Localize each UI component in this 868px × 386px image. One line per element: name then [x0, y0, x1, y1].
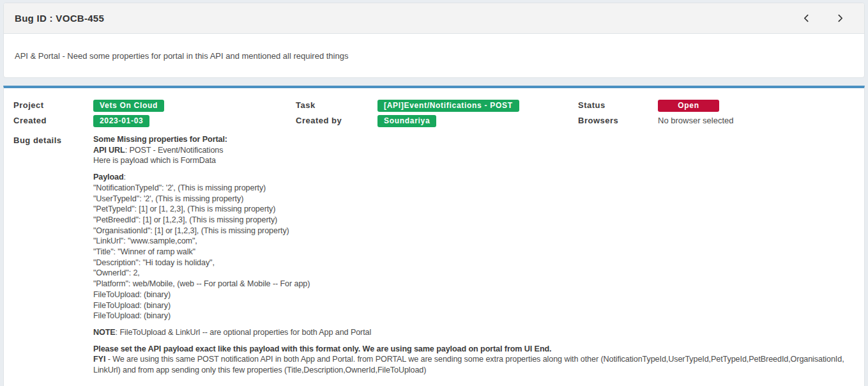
created-by-value-cell: Soundariya	[377, 114, 578, 130]
status-badge: Open	[658, 100, 719, 112]
bug-summary-text: API & Portal - Need some properties for …	[4, 34, 864, 77]
bug-detail-page: { "header": { "title": "Bug ID : VOCB-45…	[0, 0, 868, 386]
note-paragraph: NOTE: FileToUpload & LinkUrl -- are opti…	[93, 327, 854, 338]
chevron-right-icon	[836, 13, 844, 23]
detail-line: "PetTypeId": [1] or [1, 2,3], (This is m…	[93, 204, 854, 215]
bug-id-title: Bug ID : VOCB-455	[15, 13, 104, 24]
project-value-cell: Vets On Cloud	[93, 99, 296, 114]
detail-line: FileToUpload: (binary)	[93, 290, 854, 300]
next-bug-button[interactable]	[834, 12, 846, 25]
created-by-label: Created by	[296, 114, 377, 128]
bug-nav	[800, 12, 846, 25]
bug-details-content: Some Missing properties for Portal: API …	[93, 134, 854, 376]
closing-paragraph: Please set the API payload exact like th…	[93, 344, 854, 376]
project-badge: Vets On Cloud	[93, 100, 164, 112]
status-label: Status	[578, 99, 658, 112]
bug-fields-grid: Project Vets On Cloud Task [API]Event/No…	[13, 99, 854, 376]
detail-line: "Description": "Hi today is holiday",	[93, 258, 854, 268]
detail-line: "OrganisationId": [1] or [1,2,3], (This …	[93, 226, 854, 236]
detail-line: Payload:	[93, 172, 854, 183]
task-label: Task	[296, 99, 377, 112]
detail-line: NOTE: FileToUpload & LinkUrl -- are opti…	[93, 327, 854, 338]
prev-bug-button[interactable]	[800, 12, 812, 25]
detail-line: FYI - We are using this same POST notifi…	[93, 354, 854, 375]
bug-details-label: Bug details	[13, 134, 93, 148]
detail-line: API URL: POST - Event/Notifications	[93, 145, 854, 156]
browsers-value: No browser selected	[658, 114, 734, 125]
browsers-value-cell: No browser selected	[658, 114, 854, 128]
detail-line: "Title": "Winner of ramp walk"	[93, 247, 854, 258]
task-badge: [API]Event/Notifications - POST	[377, 100, 519, 112]
detail-line: Please set the API payload exact like th…	[93, 344, 854, 355]
bug-details-card: Project Vets On Cloud Task [API]Event/No…	[3, 86, 865, 386]
bug-header-card: Bug ID : VOCB-455 API & Portal - Need so…	[3, 3, 865, 78]
payload-paragraph: Payload: "NotificationTypeId": '2', (Thi…	[93, 172, 854, 321]
created-value-cell: 2023-01-03	[93, 114, 296, 130]
status-value-cell: Open	[658, 99, 854, 114]
detail-line: "NotificationTypeId": '2', (This is miss…	[93, 183, 854, 194]
details-intro-paragraph: Some Missing properties for Portal: API …	[93, 134, 854, 166]
detail-line: Some Missing properties for Portal:	[93, 134, 854, 145]
detail-line: "UserTypeId": '2', (This is missing prop…	[93, 194, 854, 205]
detail-line: "LinkUrl": "www.sample,com",	[93, 236, 854, 247]
project-label: Project	[13, 99, 93, 112]
detail-line: "OwnerId": 2,	[93, 268, 854, 279]
detail-line: "Platform": web/Mobile, (web -- For port…	[93, 279, 854, 290]
detail-line: FileToUpload: (binary)	[93, 311, 854, 321]
detail-line: Here is payload which is FormData	[93, 155, 854, 166]
created-label: Created	[13, 114, 93, 128]
detail-line: FileToUpload: (binary)	[93, 300, 854, 311]
created-by-badge: Soundariya	[377, 115, 436, 127]
created-date-badge: 2023-01-03	[93, 115, 149, 127]
bug-header-bar: Bug ID : VOCB-455	[4, 3, 864, 34]
task-value-cell: [API]Event/Notifications - POST	[377, 99, 578, 114]
chevron-left-icon	[802, 13, 811, 23]
detail-line: "PetBreedId": [1] or [1,2,3], (This is m…	[93, 215, 854, 226]
browsers-label: Browsers	[578, 114, 658, 128]
